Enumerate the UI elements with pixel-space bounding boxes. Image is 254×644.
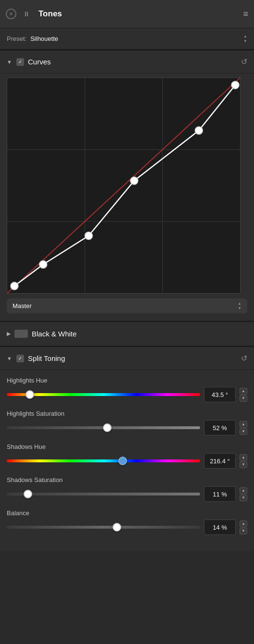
- curves-expand-icon: ▼: [7, 59, 13, 65]
- shadows-sat-group: Shadows Saturation 11 % ▲ ▼: [7, 476, 247, 502]
- split-toning-header[interactable]: ▼ ✓ Split Toning ↺: [0, 347, 254, 370]
- highlights-hue-track: [7, 393, 200, 396]
- chevron-down-icon: ▼: [238, 306, 241, 311]
- curve-point-6[interactable]: [231, 81, 239, 89]
- shadows-sat-increment[interactable]: ▲: [240, 487, 247, 494]
- close-icon: ×: [9, 11, 13, 17]
- bw-checkbox[interactable]: [14, 330, 28, 338]
- menu-button[interactable]: ≡: [243, 9, 248, 19]
- balance-label: Balance: [7, 509, 247, 517]
- menu-icon: ≡: [243, 9, 248, 19]
- preset-bar: Preset: Silhouette ▲ ▼: [0, 28, 254, 50]
- highlights-sat-track-wrap[interactable]: [7, 423, 200, 432]
- close-button[interactable]: ×: [6, 9, 16, 19]
- highlights-hue-group: Highlights Hue 43.5 ° ▲ ▼: [7, 377, 247, 402]
- pause-button[interactable]: ⏸: [21, 9, 32, 19]
- preset-label: Preset:: [7, 35, 26, 42]
- shadows-hue-decrement[interactable]: ▼: [240, 461, 247, 468]
- shadows-sat-value[interactable]: 11 %: [204, 486, 236, 502]
- shadows-hue-row: 216.4 ° ▲ ▼: [7, 453, 247, 469]
- curve-point-5[interactable]: [195, 127, 203, 135]
- pause-icon: ⏸: [23, 10, 30, 18]
- curves-checkbox[interactable]: ✓: [16, 58, 24, 66]
- page-title: Tones: [38, 9, 243, 19]
- curves-channel-label: Master: [13, 302, 238, 310]
- balance-decrement[interactable]: ▼: [240, 528, 247, 534]
- shadows-hue-group: Shadows Hue 216.4 ° ▲ ▼: [7, 443, 247, 469]
- curves-channel-chevrons: ▲ ▼: [238, 301, 241, 310]
- chevron-up-icon: ▲: [238, 301, 241, 306]
- highlights-hue-decrement[interactable]: ▼: [240, 395, 247, 402]
- highlights-hue-label: Highlights Hue: [7, 377, 247, 384]
- highlights-sat-thumb[interactable]: [103, 423, 112, 432]
- split-toning-expand-icon: ▼: [7, 356, 13, 361]
- shadows-sat-spinners: ▲ ▼: [240, 487, 247, 501]
- split-toning-checkbox[interactable]: ✓: [16, 355, 24, 362]
- shadows-hue-thumb[interactable]: [118, 457, 127, 465]
- highlights-sat-group: Highlights Saturation 52 % ▲ ▼: [7, 410, 247, 435]
- shadows-sat-thumb[interactable]: [24, 490, 32, 498]
- shadows-hue-track-wrap[interactable]: [7, 457, 200, 465]
- balance-row: 14 % ▲ ▼: [7, 520, 247, 535]
- curve-point-1[interactable]: [11, 282, 18, 290]
- curve-point-3[interactable]: [85, 232, 92, 240]
- curve-point-2[interactable]: [39, 260, 47, 268]
- balance-spinners: ▲ ▼: [240, 520, 247, 534]
- balance-track: [7, 526, 200, 529]
- preset-chevrons[interactable]: ▲ ▼: [243, 34, 247, 43]
- shadows-sat-row: 11 % ▲ ▼: [7, 486, 247, 502]
- bw-section: ▶ Black & White: [0, 322, 254, 345]
- shadows-hue-value[interactable]: 216.4 °: [204, 453, 236, 469]
- balance-thumb[interactable]: [113, 523, 121, 532]
- header: × ⏸ Tones ≡: [0, 0, 254, 28]
- shadows-sat-track-wrap[interactable]: [7, 490, 200, 498]
- curves-section: ▼ ✓ Curves ↺: [0, 50, 254, 320]
- highlights-sat-row: 52 % ▲ ▼: [7, 420, 247, 435]
- balance-value[interactable]: 14 %: [204, 520, 236, 535]
- shadows-sat-track: [7, 493, 200, 495]
- highlights-hue-thumb[interactable]: [25, 390, 34, 399]
- shadows-sat-label: Shadows Saturation: [7, 476, 247, 483]
- bw-expand-icon: ▶: [7, 331, 11, 337]
- shadows-sat-decrement[interactable]: ▼: [240, 495, 247, 501]
- bw-section-header[interactable]: ▶ Black & White: [0, 322, 254, 345]
- split-toning-reset-button[interactable]: ↺: [241, 354, 247, 363]
- highlights-hue-increment[interactable]: ▲: [240, 388, 247, 395]
- shadows-hue-spinners: ▲ ▼: [240, 454, 247, 468]
- curves-body: Master ▲ ▼: [0, 74, 254, 320]
- split-toning-body: Highlights Hue 43.5 ° ▲ ▼ Highlights Sat…: [0, 370, 254, 551]
- highlights-sat-increment[interactable]: ▲: [240, 421, 247, 428]
- chevron-up-icon: ▲: [243, 34, 247, 39]
- shadows-hue-increment[interactable]: ▲: [240, 454, 247, 461]
- highlights-hue-spinners: ▲ ▼: [240, 388, 247, 402]
- highlights-hue-track-wrap[interactable]: [7, 390, 200, 399]
- highlights-sat-label: Highlights Saturation: [7, 410, 247, 417]
- curves-channel-dropdown[interactable]: Master ▲ ▼: [7, 298, 247, 313]
- curves-reset-button[interactable]: ↺: [241, 57, 247, 66]
- balance-increment[interactable]: ▲: [240, 520, 247, 527]
- chevron-down-icon: ▼: [243, 39, 247, 44]
- highlights-hue-row: 43.5 ° ▲ ▼: [7, 387, 247, 402]
- highlights-sat-value[interactable]: 52 %: [204, 420, 236, 435]
- balance-track-wrap[interactable]: [7, 523, 200, 532]
- highlights-sat-spinners: ▲ ▼: [240, 421, 247, 435]
- curves-section-header[interactable]: ▼ ✓ Curves ↺: [0, 50, 254, 74]
- curves-canvas[interactable]: [7, 77, 241, 294]
- split-toning-section: ▼ ✓ Split Toning ↺ Highlights Hue 43.5 °…: [0, 347, 254, 551]
- shadows-hue-label: Shadows Hue: [7, 443, 247, 450]
- curve-point-4[interactable]: [130, 177, 138, 185]
- curves-title: Curves: [28, 58, 241, 66]
- highlights-sat-decrement[interactable]: ▼: [240, 428, 247, 435]
- shadows-hue-track: [7, 459, 200, 462]
- curves-line-svg: [7, 78, 240, 293]
- highlights-hue-value[interactable]: 43.5 °: [204, 387, 236, 402]
- split-toning-title: Split Toning: [28, 354, 241, 362]
- preset-value[interactable]: Silhouette: [30, 35, 243, 42]
- balance-group: Balance 14 % ▲ ▼: [7, 509, 247, 535]
- bw-title: Black & White: [32, 330, 247, 338]
